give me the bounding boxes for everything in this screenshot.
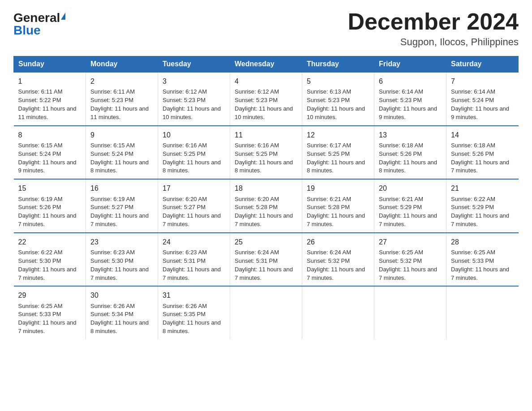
day-info: Sunrise: 6:20 AMSunset: 5:28 PMDaylight:…	[235, 196, 293, 228]
calendar-cell: 24Sunrise: 6:23 AMSunset: 5:31 PMDayligh…	[158, 233, 230, 287]
calendar-cell: 14Sunrise: 6:18 AMSunset: 5:26 PMDayligh…	[446, 126, 519, 180]
page-header: General Blue December 2024 Sugpon, Iloco…	[13, 9, 519, 48]
calendar-cell: 4Sunrise: 6:12 AMSunset: 5:23 PMDaylight…	[230, 72, 302, 126]
calendar-week-row: 29Sunrise: 6:25 AMSunset: 5:33 PMDayligh…	[14, 286, 519, 339]
day-info: Sunrise: 6:24 AMSunset: 5:32 PMDaylight:…	[307, 249, 365, 281]
day-number: 21	[451, 183, 514, 193]
day-number: 7	[451, 76, 514, 86]
day-info: Sunrise: 6:23 AMSunset: 5:31 PMDaylight:…	[163, 249, 221, 281]
calendar-header-friday: Friday	[374, 56, 446, 73]
day-info: Sunrise: 6:16 AMSunset: 5:25 PMDaylight:…	[235, 142, 293, 174]
day-info: Sunrise: 6:21 AMSunset: 5:29 PMDaylight:…	[379, 196, 437, 228]
calendar-header-sunday: Sunday	[14, 56, 86, 73]
day-number: 29	[18, 290, 82, 300]
day-info: Sunrise: 6:25 AMSunset: 5:33 PMDaylight:…	[18, 303, 77, 335]
day-info: Sunrise: 6:26 AMSunset: 5:35 PMDaylight:…	[163, 303, 221, 335]
day-info: Sunrise: 6:15 AMSunset: 5:24 PMDaylight:…	[90, 142, 149, 174]
calendar-week-row: 15Sunrise: 6:19 AMSunset: 5:26 PMDayligh…	[14, 179, 519, 233]
day-number: 17	[163, 183, 225, 193]
calendar-header-thursday: Thursday	[302, 56, 374, 73]
day-info: Sunrise: 6:13 AMSunset: 5:23 PMDaylight:…	[307, 88, 365, 120]
calendar-header-row: SundayMondayTuesdayWednesdayThursdayFrid…	[14, 56, 519, 73]
day-number: 12	[307, 130, 369, 140]
month-title: December 2024	[348, 9, 519, 34]
calendar-week-row: 8Sunrise: 6:15 AMSunset: 5:24 PMDaylight…	[14, 126, 519, 180]
calendar-week-row: 1Sunrise: 6:11 AMSunset: 5:22 PMDaylight…	[14, 72, 519, 126]
day-info: Sunrise: 6:12 AMSunset: 5:23 PMDaylight:…	[163, 88, 221, 120]
day-number: 14	[451, 130, 514, 140]
day-info: Sunrise: 6:19 AMSunset: 5:27 PMDaylight:…	[90, 196, 149, 228]
title-block: December 2024 Sugpon, Ilocos, Philippine…	[348, 9, 519, 48]
calendar-cell: 10Sunrise: 6:16 AMSunset: 5:25 PMDayligh…	[158, 126, 230, 180]
day-info: Sunrise: 6:11 AMSunset: 5:23 PMDaylight:…	[90, 88, 149, 120]
day-number: 6	[379, 76, 442, 86]
calendar-cell: 19Sunrise: 6:21 AMSunset: 5:28 PMDayligh…	[302, 179, 374, 233]
calendar-header-monday: Monday	[86, 56, 158, 73]
calendar-cell: 6Sunrise: 6:14 AMSunset: 5:23 PMDaylight…	[374, 72, 446, 126]
calendar-header-wednesday: Wednesday	[230, 56, 302, 73]
day-number: 25	[235, 237, 297, 247]
day-number: 15	[18, 183, 82, 193]
calendar-cell: 17Sunrise: 6:20 AMSunset: 5:27 PMDayligh…	[158, 179, 230, 233]
day-number: 8	[18, 130, 82, 140]
day-number: 10	[163, 130, 225, 140]
day-number: 9	[90, 130, 153, 140]
day-info: Sunrise: 6:14 AMSunset: 5:24 PMDaylight:…	[451, 88, 509, 120]
calendar-cell: 30Sunrise: 6:26 AMSunset: 5:34 PMDayligh…	[86, 286, 158, 339]
calendar-cell: 8Sunrise: 6:15 AMSunset: 5:24 PMDaylight…	[14, 126, 86, 180]
logo-blue-text: Blue	[13, 24, 41, 37]
day-number: 19	[307, 183, 369, 193]
day-number: 11	[235, 130, 297, 140]
calendar-cell: 13Sunrise: 6:18 AMSunset: 5:26 PMDayligh…	[374, 126, 446, 180]
calendar-cell: 21Sunrise: 6:22 AMSunset: 5:29 PMDayligh…	[446, 179, 519, 233]
calendar-week-row: 22Sunrise: 6:22 AMSunset: 5:30 PMDayligh…	[14, 233, 519, 287]
day-number: 18	[235, 183, 297, 193]
day-info: Sunrise: 6:18 AMSunset: 5:26 PMDaylight:…	[379, 142, 437, 174]
day-info: Sunrise: 6:15 AMSunset: 5:24 PMDaylight:…	[18, 142, 77, 174]
calendar-cell: 1Sunrise: 6:11 AMSunset: 5:22 PMDaylight…	[14, 72, 86, 126]
day-info: Sunrise: 6:14 AMSunset: 5:23 PMDaylight:…	[379, 88, 437, 120]
day-number: 26	[307, 237, 369, 247]
calendar-cell: 9Sunrise: 6:15 AMSunset: 5:24 PMDaylight…	[86, 126, 158, 180]
day-info: Sunrise: 6:23 AMSunset: 5:30 PMDaylight:…	[90, 249, 149, 281]
calendar-cell: 12Sunrise: 6:17 AMSunset: 5:25 PMDayligh…	[302, 126, 374, 180]
calendar-cell	[302, 286, 374, 339]
day-info: Sunrise: 6:21 AMSunset: 5:28 PMDaylight:…	[307, 196, 365, 228]
calendar-cell: 22Sunrise: 6:22 AMSunset: 5:30 PMDayligh…	[14, 233, 86, 287]
day-number: 16	[90, 183, 153, 193]
day-number: 31	[163, 290, 225, 300]
calendar-header-saturday: Saturday	[446, 56, 519, 73]
calendar-cell: 23Sunrise: 6:23 AMSunset: 5:30 PMDayligh…	[86, 233, 158, 287]
day-info: Sunrise: 6:26 AMSunset: 5:34 PMDaylight:…	[90, 303, 149, 335]
calendar-cell: 31Sunrise: 6:26 AMSunset: 5:35 PMDayligh…	[158, 286, 230, 339]
day-number: 23	[90, 237, 153, 247]
day-info: Sunrise: 6:16 AMSunset: 5:25 PMDaylight:…	[163, 142, 221, 174]
day-number: 30	[90, 290, 153, 300]
calendar-cell: 3Sunrise: 6:12 AMSunset: 5:23 PMDaylight…	[158, 72, 230, 126]
day-info: Sunrise: 6:25 AMSunset: 5:32 PMDaylight:…	[379, 249, 437, 281]
calendar-cell	[446, 286, 519, 339]
calendar-cell: 16Sunrise: 6:19 AMSunset: 5:27 PMDayligh…	[86, 179, 158, 233]
calendar-cell: 20Sunrise: 6:21 AMSunset: 5:29 PMDayligh…	[374, 179, 446, 233]
day-number: 4	[235, 76, 297, 86]
logo-general-text: General	[13, 12, 60, 24]
calendar-cell: 25Sunrise: 6:24 AMSunset: 5:31 PMDayligh…	[230, 233, 302, 287]
day-number: 13	[379, 130, 442, 140]
day-info: Sunrise: 6:22 AMSunset: 5:29 PMDaylight:…	[451, 196, 509, 228]
calendar-cell	[374, 286, 446, 339]
calendar-cell: 27Sunrise: 6:25 AMSunset: 5:32 PMDayligh…	[374, 233, 446, 287]
calendar-cell: 26Sunrise: 6:24 AMSunset: 5:32 PMDayligh…	[302, 233, 374, 287]
day-info: Sunrise: 6:17 AMSunset: 5:25 PMDaylight:…	[307, 142, 365, 174]
day-number: 2	[90, 76, 153, 86]
calendar-cell: 15Sunrise: 6:19 AMSunset: 5:26 PMDayligh…	[14, 179, 86, 233]
day-info: Sunrise: 6:20 AMSunset: 5:27 PMDaylight:…	[163, 196, 221, 228]
day-info: Sunrise: 6:24 AMSunset: 5:31 PMDaylight:…	[235, 249, 293, 281]
calendar-cell: 2Sunrise: 6:11 AMSunset: 5:23 PMDaylight…	[86, 72, 158, 126]
calendar-cell: 28Sunrise: 6:25 AMSunset: 5:33 PMDayligh…	[446, 233, 519, 287]
calendar-cell: 18Sunrise: 6:20 AMSunset: 5:28 PMDayligh…	[230, 179, 302, 233]
calendar-header-tuesday: Tuesday	[158, 56, 230, 73]
location-title: Sugpon, Ilocos, Philippines	[348, 36, 519, 48]
calendar-cell	[230, 286, 302, 339]
day-info: Sunrise: 6:12 AMSunset: 5:23 PMDaylight:…	[235, 88, 293, 120]
calendar-cell: 29Sunrise: 6:25 AMSunset: 5:33 PMDayligh…	[14, 286, 86, 339]
